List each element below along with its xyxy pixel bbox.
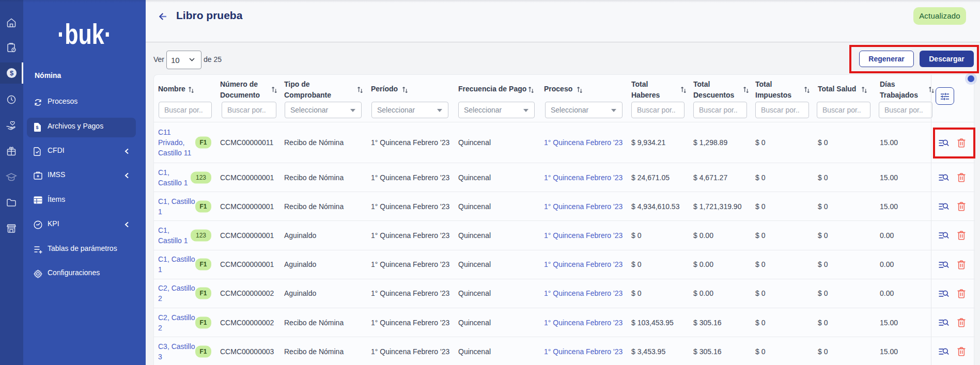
svg-text:$: $ xyxy=(36,125,38,130)
